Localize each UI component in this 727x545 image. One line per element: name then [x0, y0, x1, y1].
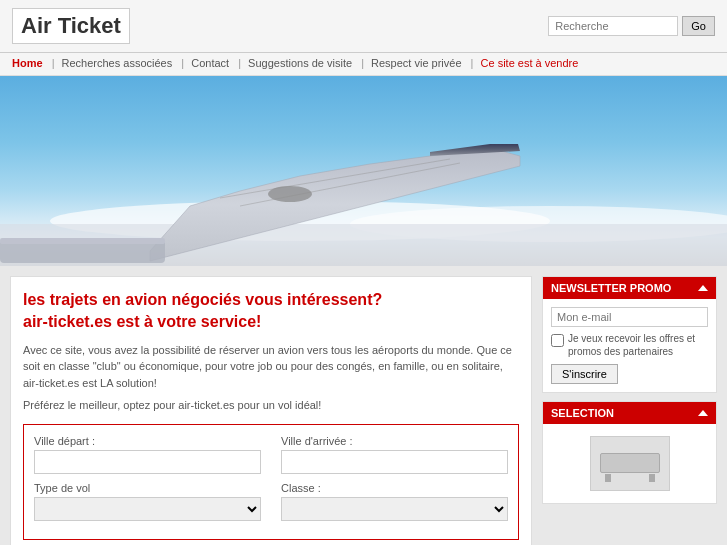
newsletter-email-input[interactable] — [551, 307, 708, 327]
hero-image — [0, 76, 727, 266]
type-vol-label: Type de vol — [34, 482, 261, 494]
site-title: Air Ticket — [12, 8, 130, 44]
newsletter-checkbox-row: Je veux recevoir les offres et promos de… — [551, 332, 708, 358]
hero-banner — [0, 76, 727, 266]
selection-content — [543, 424, 716, 503]
ville-depart-label: Ville départ : — [34, 435, 261, 447]
nav-item-respect[interactable]: Respect vie privée — [371, 57, 462, 69]
main-layout: les trajets en avion négociés vous intér… — [0, 266, 727, 545]
nav-sep: | — [471, 57, 474, 69]
nav-sep: | — [361, 57, 364, 69]
classe-label: Classe : — [281, 482, 508, 494]
selection-title: SELECTION — [551, 407, 614, 419]
nav-item-contact[interactable]: Contact — [191, 57, 229, 69]
classe-select[interactable] — [281, 497, 508, 521]
bed-leg-left — [605, 474, 611, 482]
nav-item-home[interactable]: Home — [12, 57, 43, 69]
newsletter-content: Je veux recevoir les offres et promos de… — [543, 299, 716, 392]
newsletter-arrow-icon — [698, 285, 708, 291]
type-vol-select[interactable] — [34, 497, 261, 521]
newsletter-checkbox[interactable] — [551, 334, 564, 347]
selection-thumbnail — [590, 436, 670, 491]
nav-sep: | — [181, 57, 184, 69]
newsletter-header: NEWSLETTER PROMO — [543, 277, 716, 299]
subscribe-button[interactable]: S'inscrire — [551, 364, 618, 384]
bed-shape — [600, 453, 660, 473]
bed-illustration — [600, 445, 660, 482]
form-group-arrivee: Ville d'arrivée : — [281, 435, 508, 474]
form-row-type: Type de vol Classe : — [34, 482, 508, 521]
ville-depart-input[interactable] — [34, 450, 261, 474]
form-group-type-vol: Type de vol — [34, 482, 261, 521]
svg-rect-10 — [0, 238, 165, 244]
selection-header: SELECTION — [543, 402, 716, 424]
newsletter-checkbox-label: Je veux recevoir les offres et promos de… — [568, 332, 708, 358]
ville-arrivee-label: Ville d'arrivée : — [281, 435, 508, 447]
header: Air Ticket Go — [0, 0, 727, 53]
content-area: les trajets en avion négociés vous intér… — [10, 276, 532, 545]
bed-legs — [600, 474, 660, 482]
nav-item-vendre[interactable]: Ce site est à vendre — [481, 57, 579, 69]
content-headline: les trajets en avion négociés vous intér… — [23, 289, 519, 334]
content-paragraph1: Avec ce site, vous avez la possibilité d… — [23, 342, 519, 392]
bed-leg-right — [649, 474, 655, 482]
nav-sep: | — [52, 57, 55, 69]
form-group-classe: Classe : — [281, 482, 508, 521]
newsletter-widget: NEWSLETTER PROMO Je veux recevoir les of… — [542, 276, 717, 393]
search-button[interactable]: Go — [682, 16, 715, 36]
search-area: Go — [548, 16, 715, 36]
search-input[interactable] — [548, 16, 678, 36]
nav: Home | Recherches associées | Contact | … — [0, 53, 727, 76]
form-group-depart: Ville départ : — [34, 435, 261, 474]
ville-arrivee-input[interactable] — [281, 450, 508, 474]
sidebar: NEWSLETTER PROMO Je veux recevoir les of… — [542, 276, 717, 545]
nav-item-recherches[interactable]: Recherches associées — [62, 57, 173, 69]
selection-widget: SELECTION — [542, 401, 717, 504]
hero-svg — [0, 76, 727, 266]
nav-item-suggestions[interactable]: Suggestions de visite — [248, 57, 352, 69]
form-row-cities: Ville départ : Ville d'arrivée : — [34, 435, 508, 474]
content-paragraph2: Préférez le meilleur, optez pour air-tic… — [23, 397, 519, 414]
selection-arrow-icon — [698, 410, 708, 416]
newsletter-title: NEWSLETTER PROMO — [551, 282, 671, 294]
nav-sep: | — [238, 57, 241, 69]
search-form: Ville départ : Ville d'arrivée : Type de… — [23, 424, 519, 540]
